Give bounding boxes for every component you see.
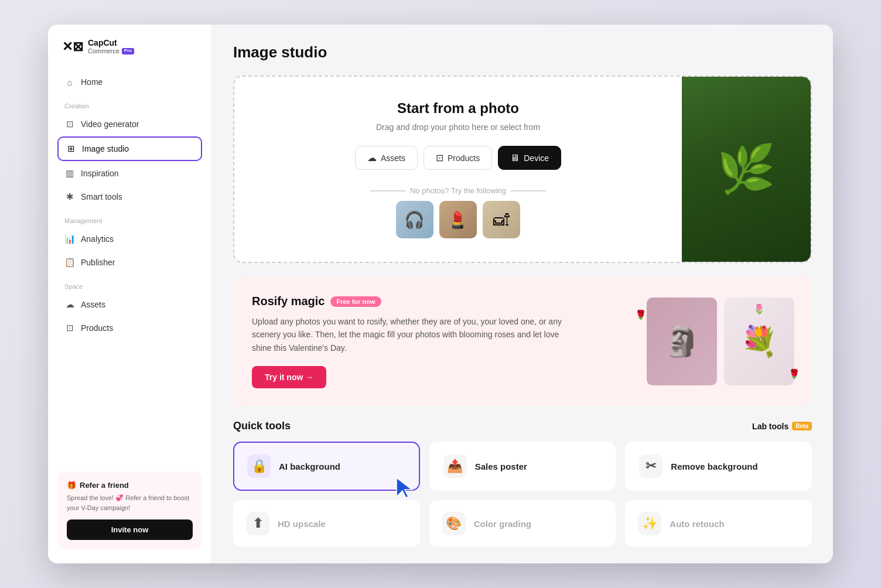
tool-card-partial-1[interactable]: ⬆ HD upscale <box>233 500 420 547</box>
publisher-icon: 📋 <box>64 257 75 268</box>
section-creation-label: Creation <box>57 94 202 113</box>
referral-title: 🎁 Refer a friend <box>67 481 193 490</box>
source-btn-assets[interactable]: ☁ Assets <box>355 146 418 170</box>
rosify-image-1: 🗿 <box>647 298 717 385</box>
sidebar-item-publisher[interactable]: 📋 Publisher <box>57 251 202 274</box>
sidebar-item-analytics[interactable]: 📊 Analytics <box>57 228 202 250</box>
sidebar-item-home[interactable]: ⌂ Home <box>57 71 202 93</box>
tool-card-remove-background-label: Remove background <box>671 461 757 471</box>
rosify-header: Rosify magic Free for now <box>252 295 580 308</box>
tools-grid-row2: ⬆ HD upscale 🎨 Color grading ✨ Auto reto… <box>233 500 812 547</box>
capcut-logo-icon: ✕⊠ <box>62 39 83 54</box>
tool-card-partial-3[interactable]: ✨ Auto retouch <box>625 500 812 547</box>
partial-tool-label-1: HD upscale <box>278 519 326 529</box>
auto-retouch-icon: ✨ <box>638 512 661 535</box>
inspiration-icon: ▥ <box>64 168 75 179</box>
upload-area: Start from a photo Drag and drop your ph… <box>233 76 812 263</box>
upload-left: Start from a photo Drag and drop your ph… <box>234 77 682 262</box>
quick-tools-title: Quick tools <box>233 420 291 432</box>
upload-title: Start from a photo <box>397 100 519 117</box>
color-grading-icon: 🎨 <box>442 512 466 535</box>
referral-card: 🎁 Refer a friend Spread the love! 💞 Refe… <box>57 471 202 549</box>
partial-tool-label-3: Auto retouch <box>670 519 724 529</box>
assets-icon: ☁ <box>64 299 75 310</box>
hd-upscale-icon: ⬆ <box>246 512 269 535</box>
sales-poster-icon: 📤 <box>443 454 467 478</box>
rosify-title: Rosify magic <box>252 295 325 308</box>
invite-now-button[interactable]: Invite now <box>67 519 193 540</box>
rose-petal-3: 🌷 <box>753 303 765 314</box>
rose-petal-2: 🌹 <box>788 368 800 380</box>
remove-background-icon: ✂ <box>639 454 663 478</box>
partial-tool-label-2: Color grading <box>474 519 531 529</box>
try-it-now-button[interactable]: Try it now → <box>252 366 326 388</box>
sidebar-item-image-studio[interactable]: ⊞ Image studio <box>57 136 202 161</box>
pro-badge: Pro <box>122 48 134 54</box>
rosify-content: Rosify magic Free for now Upload any pho… <box>252 295 580 388</box>
source-btn-products[interactable]: ⊡ Products <box>424 146 492 170</box>
sample-image-earbuds[interactable]: 🎧 <box>396 201 433 238</box>
sidebar: ✕⊠ CapCut Commerce Pro ⌂ Home Creation ⊡… <box>48 25 212 563</box>
rosify-images: 🌹 🗿 💐 🌹 🌷 <box>647 298 794 385</box>
sidebar-item-products[interactable]: ⊡ Products <box>57 317 202 339</box>
sidebar-item-smart-tools[interactable]: ✱ Smart tools <box>57 186 202 208</box>
rose-petal-1: 🌹 <box>635 309 647 320</box>
smart-tools-icon: ✱ <box>64 192 75 202</box>
image-studio-icon: ⊞ <box>66 143 76 154</box>
analytics-icon: 📊 <box>64 234 75 244</box>
main-content: Image studio Start from a photo Drag and… <box>212 25 833 563</box>
logo-area: ✕⊠ CapCut Commerce Pro <box>57 39 202 54</box>
ai-background-icon: 🔒 <box>247 454 271 478</box>
tool-card-sales-poster[interactable]: 📤 Sales poster <box>429 442 616 491</box>
lab-tools-label: Lab tools Beta <box>752 422 812 431</box>
products-icon: ⊡ <box>64 323 75 333</box>
tool-card-ai-background-wrapper: 🔒 AI background <box>233 442 420 491</box>
cloud-icon: ☁ <box>367 152 377 163</box>
tool-card-ai-background-label: AI background <box>279 461 340 471</box>
rosify-card: Rosify magic Free for now Upload any pho… <box>233 277 812 406</box>
section-space-label: Space <box>57 275 202 293</box>
source-btn-device[interactable]: 🖥 Device <box>498 146 561 170</box>
sample-image-lamp[interactable]: 🛋 <box>483 201 520 238</box>
products-source-icon: ⊡ <box>436 152 443 163</box>
app-window: ✕⊠ CapCut Commerce Pro ⌂ Home Creation ⊡… <box>48 25 833 563</box>
referral-emoji: 🎁 <box>67 481 76 490</box>
upload-subtitle: Drag and drop your photo here or select … <box>376 122 540 132</box>
tool-card-remove-background[interactable]: ✂ Remove background <box>625 442 812 491</box>
sidebar-item-video-generator[interactable]: ⊡ Video generator <box>57 113 202 135</box>
sample-images: 🎧 💄 🛋 <box>396 201 520 238</box>
upload-hero-image: 🌿 <box>682 77 811 262</box>
source-buttons: ☁ Assets ⊡ Products 🖥 Device <box>355 146 561 170</box>
beta-badge: Beta <box>792 422 812 430</box>
no-photos-section: No photos? Try the following 🎧 💄 🛋 <box>370 186 546 238</box>
video-generator-icon: ⊡ <box>64 119 75 129</box>
tool-card-sales-poster-label: Sales poster <box>475 461 527 471</box>
bottle-visual: 🌿 <box>682 77 811 262</box>
monitor-icon: 🖥 <box>510 153 520 163</box>
rosify-description: Upload any photos you want to rosify, wh… <box>252 315 580 354</box>
sample-image-makeup[interactable]: 💄 <box>439 201 477 238</box>
tool-card-partial-2[interactable]: 🎨 Color grading <box>429 500 616 547</box>
tools-grid: 🔒 AI background 📤 Sales poster ✂ Remove … <box>233 442 812 491</box>
sidebar-item-assets[interactable]: ☁ Assets <box>57 293 202 316</box>
logo-text: CapCut Commerce Pro <box>88 39 134 54</box>
home-icon: ⌂ <box>64 77 75 87</box>
referral-description: Spread the love! 💞 Refer a friend to boo… <box>67 493 193 512</box>
section-management-label: Management <box>57 209 202 228</box>
tool-card-ai-background[interactable]: 🔒 AI background <box>233 442 420 491</box>
sidebar-item-inspiration[interactable]: ▥ Inspiration <box>57 162 202 184</box>
quick-tools-header: Quick tools Lab tools Beta <box>233 420 812 432</box>
free-badge: Free for now <box>330 296 381 307</box>
logo-sub: Commerce Pro <box>88 47 134 54</box>
logo-main: CapCut <box>88 39 134 47</box>
page-title: Image studio <box>233 43 812 61</box>
no-photos-text: No photos? Try the following <box>370 186 546 195</box>
